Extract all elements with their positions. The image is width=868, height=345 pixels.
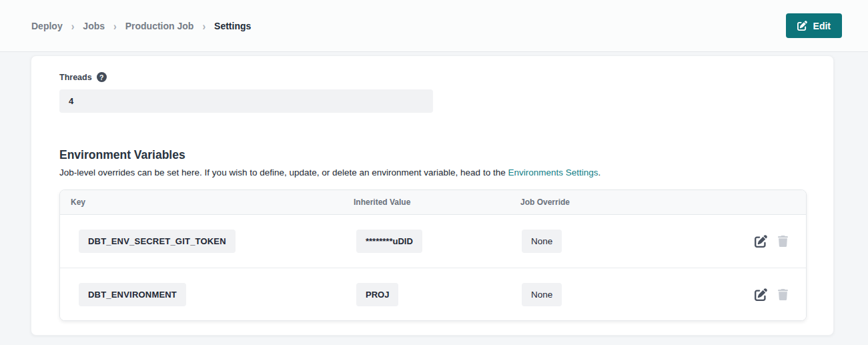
- threads-input[interactable]: 4: [59, 89, 433, 113]
- edit-pencil-icon: [755, 288, 767, 301]
- job-override-chip: None: [522, 283, 562, 306]
- delete-row-button[interactable]: [777, 289, 789, 300]
- breadcrumb-jobs[interactable]: Jobs: [83, 21, 105, 31]
- trash-icon: [777, 236, 789, 247]
- trash-icon: [777, 289, 789, 300]
- breadcrumb-deploy[interactable]: Deploy: [31, 21, 63, 31]
- edit-button-label: Edit: [813, 21, 831, 31]
- edit-pencil-icon: [797, 21, 807, 31]
- edit-button[interactable]: Edit: [786, 13, 842, 38]
- column-header-key: Key: [71, 198, 354, 207]
- environments-settings-link[interactable]: Environments Settings: [508, 167, 598, 178]
- column-header-inherited-value: Inherited Value: [354, 198, 520, 207]
- job-override-chip: None: [522, 230, 562, 253]
- inherited-value-chip: PROJ: [356, 283, 398, 306]
- column-header-job-override: Job Override: [520, 198, 735, 207]
- env-key-chip: DBT_ENV_SECRET_GIT_TOKEN: [79, 230, 236, 253]
- description-period: .: [598, 167, 601, 178]
- inherited-value-chip: ********uDID: [356, 230, 422, 253]
- help-icon[interactable]: ?: [97, 72, 107, 82]
- table-header-row: Key Inherited Value Job Override: [60, 190, 806, 215]
- chevron-right-icon: ›: [113, 19, 117, 31]
- breadcrumb: Deploy › Jobs › Production Job › Setting…: [31, 21, 251, 31]
- threads-field: Threads ? 4: [59, 72, 833, 113]
- env-key-chip: DBT_ENVIRONMENT: [79, 283, 186, 306]
- breadcrumb-production-job[interactable]: Production Job: [125, 21, 194, 31]
- threads-label: Threads: [59, 73, 92, 82]
- description-text: Job-level overrides can be set here. If …: [59, 167, 508, 178]
- page-body: Threads ? 4 Environment Variables Job-le…: [0, 52, 868, 336]
- table-row: DBT_ENVIRONMENT PROJ None: [60, 268, 806, 320]
- delete-row-button[interactable]: [777, 236, 789, 247]
- job-settings-card: Threads ? 4 Environment Variables Job-le…: [31, 55, 834, 336]
- chevron-right-icon: ›: [71, 19, 75, 31]
- breadcrumb-settings: Settings: [214, 21, 251, 31]
- env-vars-description: Job-level overrides can be set here. If …: [59, 167, 833, 178]
- edit-row-button[interactable]: [755, 235, 767, 248]
- edit-row-button[interactable]: [755, 288, 767, 301]
- chevron-right-icon: ›: [202, 19, 205, 31]
- table-row: DBT_ENV_SECRET_GIT_TOKEN ********uDID No…: [60, 215, 806, 268]
- top-navigation-bar: Deploy › Jobs › Production Job › Setting…: [0, 0, 868, 52]
- edit-pencil-icon: [755, 235, 767, 248]
- env-vars-table: Key Inherited Value Job Override DBT_ENV…: [59, 190, 807, 321]
- env-vars-title: Environment Variables: [59, 148, 833, 162]
